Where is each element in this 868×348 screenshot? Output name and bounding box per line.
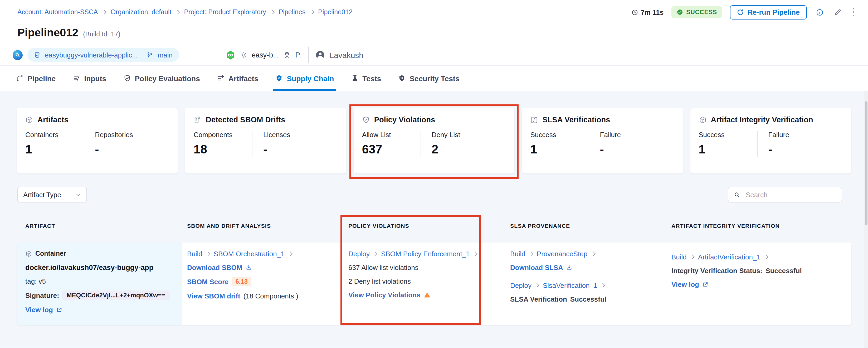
col-header-integrity: ARTIFACT INTEGRITY VERIFICATION	[666, 223, 851, 229]
breadcrumb: Account: Automation-SSCA Organization: d…	[18, 6, 857, 18]
tab-tests[interactable]: Tests	[351, 66, 381, 91]
col-header-sbom: SBOM AND DRIFT ANALYSIS	[182, 223, 343, 229]
stat-value: 1	[530, 142, 589, 156]
download-icon	[566, 264, 572, 270]
stat-label: Deny List	[432, 131, 506, 139]
breadcrumb-project[interactable]: Project: Product Exploratory	[184, 8, 266, 16]
rerun-pipeline-button[interactable]: Re-run Pipeline	[730, 5, 807, 19]
chevron-right-icon	[535, 283, 539, 287]
more-options-button[interactable]	[850, 7, 857, 18]
chevron-down-icon	[75, 192, 81, 198]
clock-icon	[631, 9, 638, 16]
page-title: Pipeline012	[18, 26, 78, 39]
pencil-icon	[834, 8, 841, 16]
supply-chain-icon	[275, 74, 283, 82]
sbom-score-link[interactable]: SBOM Score	[187, 278, 229, 286]
chevron-right-icon	[690, 255, 694, 259]
tab-pipeline[interactable]: Pipeline	[16, 66, 56, 91]
chevron-right-icon	[373, 252, 378, 256]
tab-inputs[interactable]: Inputs	[72, 66, 106, 91]
supply-chain-content: Artifacts Containers1 Repositories- Dete…	[0, 91, 868, 348]
search-icon	[734, 191, 740, 198]
tab-policy-evaluations[interactable]: Policy Evaluations	[123, 66, 200, 91]
tab-artifacts[interactable]: Artifacts	[217, 66, 258, 91]
artifact-type-dropdown[interactable]: Artifact Type	[18, 187, 87, 202]
ci-hexagon-icon	[225, 50, 235, 60]
stage-link[interactable]: Build	[672, 253, 687, 261]
cell-sbom-drift: Build SBOM Orchestration_1 Download SBOM…	[182, 242, 343, 325]
pipeline-title-row: Pipeline012 (Build Id: 17)	[18, 26, 120, 39]
breadcrumb-account[interactable]: Account: Automation-SSCA	[18, 8, 98, 16]
run-duration-text: 7m 11s	[641, 8, 663, 16]
search-input[interactable]	[745, 190, 836, 199]
download-sbom-link[interactable]: Download SBOM	[187, 263, 242, 271]
stat-label: Failure	[768, 131, 843, 139]
repo-name: easybuggy-vulnerable-applic...	[45, 51, 138, 59]
integrity-status-value: Successful	[766, 266, 802, 274]
card-title-text: Artifact Integrity Verification	[711, 115, 813, 124]
package-icon	[25, 116, 33, 124]
card-artifacts: Artifacts Containers1 Repositories-	[17, 108, 178, 173]
card-title-text: Policy Violations	[374, 115, 435, 124]
tab-supply-chain[interactable]: Supply Chain	[275, 66, 334, 91]
check-circle-icon	[677, 9, 683, 15]
stat-value: 637	[362, 142, 421, 156]
artifacts-icon	[217, 74, 225, 82]
drift-component-count: (18 Components )	[244, 292, 298, 300]
view-log-link[interactable]: View log	[25, 306, 53, 314]
step-link[interactable]: ProvenanceStep	[537, 250, 587, 258]
info-button[interactable]	[814, 7, 825, 17]
stage-link[interactable]: Deploy	[510, 281, 531, 289]
chevron-right-icon	[473, 252, 477, 256]
step-link[interactable]: SBOM Policy Enforcement_1	[381, 250, 470, 258]
service-name: easy-b...	[252, 51, 279, 59]
chevron-right-icon	[206, 252, 210, 256]
stat-label: Licenses	[263, 131, 338, 139]
step-link[interactable]: SlsaVerification_1	[543, 281, 597, 289]
external-link-icon	[56, 307, 62, 312]
vertical-scrollbar-track[interactable]	[864, 91, 868, 348]
view-policy-violations-link[interactable]: View Policy Violations	[348, 291, 421, 299]
step-link[interactable]: SBOM Orchestration_1	[214, 250, 285, 258]
view-sbom-drift-link[interactable]: View SBOM drift	[187, 292, 240, 300]
artifact-type-label: Artifact Type	[23, 191, 61, 199]
environment-short: P.	[296, 51, 301, 59]
step-link[interactable]: ArtifactVerification_1	[698, 253, 761, 261]
git-branch-icon	[147, 51, 154, 58]
stage-link[interactable]: Build	[187, 250, 203, 258]
supply-chain-page: Account: Automation-SSCA Organization: d…	[0, 0, 868, 348]
stage-link[interactable]: Deploy	[348, 250, 370, 258]
breadcrumb-organization[interactable]: Organization: default	[111, 8, 172, 16]
card-title-text: SLSA Verifications	[542, 115, 610, 124]
stage-link[interactable]: Build	[510, 250, 525, 258]
artifact-image-name: docker.io/lavakush07/easy-buggy-app	[25, 263, 153, 271]
page-header: Account: Automation-SSCA Organization: d…	[0, 0, 868, 91]
stat-label: Allow List	[362, 131, 421, 139]
vertical-scrollbar-thumb[interactable]	[865, 101, 867, 225]
delegate-icon	[283, 51, 291, 59]
tab-security-tests[interactable]: Security Tests	[398, 66, 459, 91]
external-link-icon	[702, 281, 708, 287]
stat-value: -	[768, 142, 843, 156]
tab-label: Pipeline	[27, 74, 56, 83]
stat-value: 1	[25, 142, 84, 156]
col-header-artifact: ARTIFACT	[17, 223, 182, 229]
chevron-right-icon	[601, 283, 605, 287]
build-id: (Build Id: 17)	[83, 31, 120, 38]
repo-branch-pill[interactable]: easybuggy-vulnerable-applic... main	[27, 48, 179, 62]
shield-scan-icon	[398, 74, 406, 82]
kebab-icon	[852, 8, 854, 10]
cell-policy-violations: Deploy SBOM Policy Enforcement_1 637 All…	[343, 242, 505, 325]
view-log-link[interactable]: View log	[672, 280, 699, 288]
breadcrumb-pipelines[interactable]: Pipelines	[279, 8, 305, 16]
chevron-right-icon	[764, 255, 768, 259]
tab-label: Security Tests	[409, 74, 459, 83]
col-header-policy: POLICY VIOLATIONS	[343, 223, 505, 229]
download-slsa-link[interactable]: Download SLSA	[510, 263, 563, 271]
breadcrumb-pipeline012[interactable]: Pipeline012	[318, 8, 352, 16]
slsa-icon	[530, 116, 538, 124]
signature-value[interactable]: MEQCICde2Vjl...L+2+mqnOXw==	[62, 291, 170, 300]
chevron-right-icon	[529, 252, 533, 256]
edit-button[interactable]	[832, 7, 842, 17]
col-header-slsa: SLSA PROVENANCE	[505, 223, 666, 229]
